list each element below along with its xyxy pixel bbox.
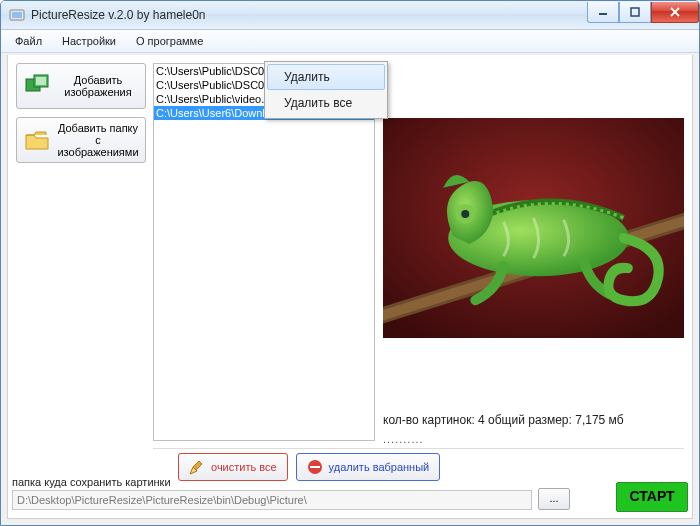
menu-settings[interactable]: Настройки — [52, 32, 126, 50]
menu-about[interactable]: О программе — [126, 32, 213, 50]
image-preview — [383, 118, 684, 338]
preview-image — [383, 118, 684, 338]
stats-dots: .......... — [383, 433, 424, 445]
add-images-button[interactable]: Добавить изображения — [16, 63, 146, 109]
start-button[interactable]: СТАРТ — [616, 482, 688, 512]
svg-point-11 — [461, 210, 469, 218]
browse-button[interactable]: ... — [538, 488, 570, 510]
stats-text: кол-во картинок: 4 общий размер: 7,175 м… — [383, 413, 684, 427]
svg-rect-3 — [631, 8, 639, 16]
svg-rect-13 — [310, 466, 320, 468]
minimize-button[interactable] — [587, 2, 619, 23]
file-listbox[interactable]: C:\Users\Public\DSC00010.JPG C:\Users\Pu… — [153, 63, 375, 441]
folder-icon — [23, 126, 51, 154]
ctx-delete-all[interactable]: Удалить все — [267, 90, 385, 116]
maximize-button[interactable] — [619, 2, 651, 23]
save-row: папка куда сохранить картинки ... СТАРТ — [8, 470, 692, 518]
menu-file[interactable]: Файл — [5, 32, 52, 50]
add-folder-button[interactable]: Добавить папку с изображениями — [16, 117, 146, 163]
add-images-label: Добавить изображения — [57, 74, 139, 98]
menubar: Файл Настройки О программе — [1, 30, 699, 53]
ctx-delete[interactable]: Удалить — [267, 64, 385, 90]
save-label: папка куда сохранить картинки — [12, 476, 171, 488]
context-menu: Удалить Удалить все — [264, 61, 388, 119]
client-area: Добавить изображения Добавить папку с из… — [7, 55, 693, 519]
app-icon — [9, 7, 25, 23]
add-folder-label: Добавить папку с изображениями — [57, 122, 139, 158]
left-column: Добавить изображения Добавить папку с из… — [16, 63, 146, 171]
svg-rect-6 — [36, 77, 46, 85]
divider — [153, 448, 684, 449]
titlebar: PictureResize v.2.0 by hamele0n — [1, 1, 699, 30]
svg-rect-1 — [12, 12, 22, 18]
save-path-input[interactable] — [12, 490, 532, 510]
window-controls — [587, 2, 699, 22]
svg-rect-2 — [599, 13, 607, 15]
images-icon — [23, 72, 51, 100]
window-title: PictureResize v.2.0 by hamele0n — [31, 8, 206, 22]
app-window: PictureResize v.2.0 by hamele0n Файл Нас… — [0, 0, 700, 526]
close-button[interactable] — [651, 2, 699, 23]
